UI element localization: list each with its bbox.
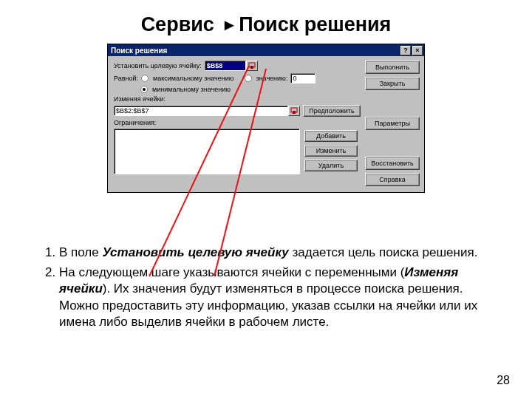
delete-button[interactable]: Удалить xyxy=(304,160,358,171)
add-button[interactable]: Добавить xyxy=(304,130,358,142)
params-button[interactable]: Параметры xyxy=(365,117,420,130)
radio-value[interactable] xyxy=(245,75,252,82)
dialog-caption: Поиск решения xyxy=(111,47,167,55)
solver-dialog: Поиск решения ? × Установить целевую яче… xyxy=(107,44,425,193)
guess-button[interactable]: Предположить xyxy=(303,105,361,117)
page-number: 28 xyxy=(497,374,510,387)
constraints-label: Ограничения: xyxy=(114,119,156,126)
help-icon[interactable]: ? xyxy=(400,46,411,55)
instruction-list: В поле Установить целевую ячейку задаетс… xyxy=(28,245,504,331)
title-right: Поиск решения xyxy=(239,13,391,35)
equal-label: Равной: xyxy=(114,75,138,82)
title-left: Сервис xyxy=(141,13,214,35)
changing-cells-input[interactable]: $B$2:$B$7 xyxy=(114,106,288,116)
radio-max[interactable] xyxy=(141,75,149,82)
radio-min[interactable] xyxy=(140,86,148,93)
radio-min-label: минимальному значению xyxy=(152,86,231,93)
arrow-icon: ► xyxy=(221,16,237,35)
value-input[interactable]: 0 xyxy=(290,73,316,83)
range-picker-icon[interactable] xyxy=(246,61,258,71)
target-cell-input[interactable]: $B$8 xyxy=(205,61,246,71)
constraints-listbox[interactable] xyxy=(114,129,300,174)
changing-cells-label: Изменяя ячейки: xyxy=(114,95,166,103)
list-item: В поле Установить целевую ячейку задаетс… xyxy=(59,245,504,262)
radio-value-label: значению: xyxy=(256,75,288,82)
close-icon[interactable]: × xyxy=(412,46,423,55)
help-button[interactable]: Справка xyxy=(365,173,420,186)
close-button[interactable]: Закрыть xyxy=(365,77,420,90)
screenshot: Поиск решения ? × Установить целевую яче… xyxy=(107,44,425,193)
emphasis: Установить целевую ячейку xyxy=(102,245,288,259)
dialog-titlebar: Поиск решения ? × xyxy=(108,44,424,56)
svg-rect-3 xyxy=(293,111,296,114)
radio-max-label: максимальному значению xyxy=(153,75,234,82)
svg-rect-1 xyxy=(250,66,253,69)
list-item: На следующем шаге указываются ячейки с п… xyxy=(59,265,504,331)
page-title: Сервис ►Поиск решения xyxy=(28,13,504,36)
change-button[interactable]: Изменить xyxy=(304,145,358,157)
run-button[interactable]: Выполнить xyxy=(365,61,420,74)
range-picker-icon[interactable] xyxy=(288,106,300,116)
reset-button[interactable]: Восстановить xyxy=(365,157,420,170)
target-cell-label: Установить целевую ячейку: xyxy=(114,62,202,69)
